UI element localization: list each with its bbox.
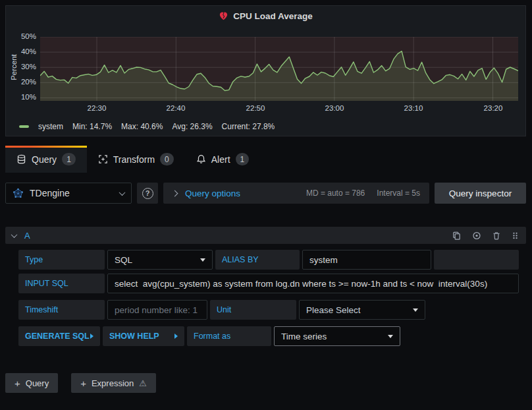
legend-current: Current: 27.8%: [222, 122, 275, 131]
timeshift-row: Timeshift Unit Please Select: [18, 300, 519, 320]
generate-sql-label: GENERATE SQL: [25, 332, 90, 341]
input-sql-input[interactable]: [107, 274, 519, 293]
tab-alert-badge: 1: [236, 153, 250, 165]
grafana-edit-panel-page: CPU Load Average Percent 50% 40% 30% 20%…: [0, 0, 532, 410]
query-inspector-button[interactable]: Query inspector: [435, 183, 526, 204]
type-row: Type SQL ALIAS BY: [18, 250, 519, 270]
x-tick: 23:00: [318, 104, 351, 112]
query-toolbar: TDengine ? Query options MD = auto = 786…: [5, 183, 526, 204]
question-mark-icon: ?: [142, 188, 153, 199]
generate-row: GENERATE SQL SHOW HELP Format as Time se…: [18, 326, 519, 346]
transform-icon: [98, 154, 108, 164]
legend-max: Max: 40.6%: [121, 122, 163, 131]
max-data-points-text: MD = auto = 786: [306, 189, 365, 198]
input-sql-label: INPUT SQL: [18, 274, 105, 293]
tab-transform[interactable]: Transform 0: [87, 146, 185, 173]
chevron-right-icon[interactable]: [172, 190, 178, 196]
collapse-chevron-icon[interactable]: [11, 231, 18, 238]
tab-alert-label: Alert: [211, 154, 230, 165]
generate-sql-button[interactable]: GENERATE SQL: [18, 326, 100, 346]
add-expression-label: Expression: [92, 378, 134, 388]
caret-down-icon: [413, 308, 418, 312]
eye-icon[interactable]: [471, 231, 482, 241]
unit-select-value: Please Select: [306, 305, 361, 315]
x-tick: 22:50: [239, 104, 272, 112]
query-options-toggle[interactable]: Query options: [185, 189, 240, 198]
alias-by-input[interactable]: [302, 250, 431, 270]
query-ref-id: A: [24, 231, 30, 241]
tab-query[interactable]: Query 1: [5, 146, 87, 173]
format-as-label: Format as: [187, 326, 271, 346]
x-tick: 23:10: [397, 104, 430, 112]
help-button[interactable]: ?: [137, 183, 158, 204]
legend-min: Min: 14.7%: [72, 122, 112, 131]
editor-tabbar: Query 1 Transform 0 Alert 1: [5, 146, 260, 173]
query-options-stats: MD = auto = 786 Interval = 5s: [306, 189, 420, 198]
add-expression-button[interactable]: + Expression ⚠: [71, 373, 156, 393]
chart-area: Percent 50% 40% 30% 20% 10% 22:30 22:40 …: [6, 26, 525, 136]
query-editor: A: [5, 227, 526, 346]
caret-right-icon: [174, 334, 178, 339]
duplicate-icon[interactable]: [452, 231, 462, 241]
x-tick: 23:20: [477, 104, 510, 112]
warning-triangle-icon: ⚠: [139, 378, 147, 388]
alert-heart-broken-icon: [219, 11, 228, 21]
timeshift-input[interactable]: [107, 300, 207, 320]
tab-transform-badge: 0: [160, 153, 174, 165]
chart-legend: system Min: 14.7% Max: 40.6% Avg: 26.3% …: [19, 122, 275, 131]
show-help-button[interactable]: SHOW HELP: [103, 326, 184, 346]
legend-series-name[interactable]: system: [38, 122, 63, 131]
editor-footer: + Query + Expression ⚠: [5, 373, 156, 393]
datasource-name: TDengine: [30, 188, 114, 198]
trash-icon[interactable]: [492, 231, 501, 241]
y-tick: 50%: [6, 32, 36, 40]
plus-icon: +: [14, 378, 20, 389]
type-select-value: SQL: [115, 255, 132, 265]
tab-transform-label: Transform: [113, 154, 155, 165]
database-icon: [16, 154, 26, 164]
y-tick: 30%: [6, 63, 36, 71]
input-sql-row: INPUT SQL: [18, 274, 519, 293]
panel-header[interactable]: CPU Load Average: [6, 6, 525, 26]
legend-avg: Avg: 26.3%: [172, 122, 212, 131]
caret-down-icon: [200, 258, 205, 262]
y-tick: 40%: [6, 47, 36, 55]
add-query-label: Query: [26, 378, 49, 388]
tab-query-badge: 1: [62, 153, 76, 165]
row-filler: [434, 250, 519, 270]
tab-alert[interactable]: Alert 1: [185, 146, 260, 173]
x-tick: 22:30: [80, 104, 113, 112]
cpu-load-panel: CPU Load Average Percent 50% 40% 30% 20%…: [5, 5, 526, 136]
type-label: Type: [18, 250, 105, 270]
format-as-select[interactable]: Time series: [274, 326, 400, 346]
y-tick: 20%: [6, 78, 36, 86]
interval-text: Interval = 5s: [377, 189, 420, 198]
caret-right-icon: [90, 334, 93, 339]
caret-down-icon: [388, 335, 393, 338]
type-select[interactable]: SQL: [107, 250, 213, 270]
unit-select[interactable]: Please Select: [299, 300, 425, 320]
panel-title: CPU Load Average: [233, 11, 313, 21]
tab-query-label: Query: [32, 154, 57, 165]
bell-icon: [196, 154, 206, 164]
chevron-down-icon: [119, 189, 126, 196]
tdengine-logo-icon: [13, 188, 24, 199]
query-row-actions: [452, 231, 519, 241]
legend-series-swatch-icon: [19, 125, 29, 128]
show-help-label: SHOW HELP: [109, 332, 159, 341]
y-tick: 10%: [6, 93, 36, 101]
timeshift-label: Timeshift: [18, 300, 105, 320]
add-query-button[interactable]: + Query: [5, 373, 58, 393]
query-options-bar: Query options MD = auto = 786 Interval =…: [163, 183, 429, 204]
x-tick: 22:40: [159, 104, 192, 112]
datasource-picker[interactable]: TDengine: [5, 183, 132, 204]
cpu-chart-plot[interactable]: [40, 37, 518, 101]
unit-label: Unit: [210, 300, 296, 320]
query-row-header[interactable]: A: [5, 227, 526, 244]
format-as-value: Time series: [281, 332, 327, 341]
plus-icon: +: [80, 378, 86, 389]
drag-handle-icon[interactable]: [511, 231, 519, 241]
alias-by-label: ALIAS BY: [215, 250, 300, 270]
